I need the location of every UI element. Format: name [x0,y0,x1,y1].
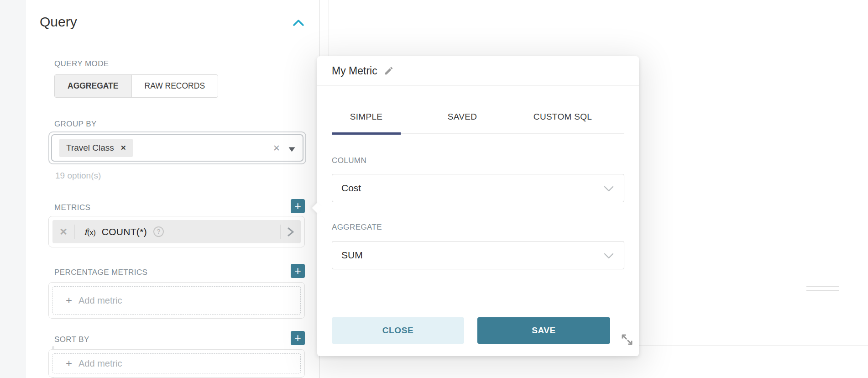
active-tab-underline [332,132,401,135]
group-by-label: GROUP BY [54,120,97,129]
tag-remove-icon[interactable]: ✕ [120,144,126,152]
tab-saved[interactable]: SAVED [428,108,497,126]
aggregate-select[interactable]: SUM [332,241,624,269]
metric-value: COUNT(*) [102,226,147,237]
popover-resize-icon[interactable] [620,333,634,346]
metric-edit-popover: My Metric SIMPLE SAVED CUSTOM SQL COLUMN… [317,56,639,356]
add-percentage-metric-button[interactable]: + [291,264,305,278]
tab-simple[interactable]: SIMPLE [332,108,401,126]
metrics-label: METRICS [54,203,90,212]
aggregate-label: AGGREGATE [332,223,382,232]
add-sort-metric-button[interactable]: + [291,331,305,345]
column-select[interactable]: Cost [332,174,624,202]
close-button[interactable]: CLOSE [332,317,464,344]
add-metric-dropzone[interactable]: + Add metric [52,286,301,315]
raw-records-mode-button[interactable]: RAW RECORDS [132,75,218,97]
metrics-container: ✕ f(x) COUNT(*) ? [48,216,305,247]
save-button[interactable]: SAVE [477,317,610,344]
metric-help-icon[interactable]: ? [153,226,164,237]
page-background-strip [0,0,26,378]
add-metric-button[interactable]: + [291,199,305,213]
add-metric-dropzone[interactable]: + Add metric [52,353,301,373]
chevron-down-icon [604,252,614,258]
chevron-down-icon [604,185,614,191]
popover-header: My Metric [317,56,639,86]
column-select-value: Cost [341,183,361,194]
percentage-metrics-container: + Add metric [48,282,305,319]
column-label: COLUMN [332,156,366,165]
add-metric-placeholder: Add metric [78,295,122,306]
group-by-select-inner: Travel Class ✕ ✕ [51,134,303,162]
select-clear-icon[interactable]: ✕ [273,143,288,153]
aggregate-mode-button[interactable]: AGGREGATE [55,75,132,97]
sort-by-label: SORT BY [54,335,89,344]
tab-custom-sql[interactable]: CUSTOM SQL [528,108,597,126]
query-header-divider [40,39,304,39]
metric-remove-icon[interactable]: ✕ [52,226,74,237]
select-caret-down-icon[interactable] [288,146,295,151]
group-by-tag-label: Travel Class [66,143,114,153]
metric-expand-chevron-icon[interactable] [281,226,301,237]
query-section-title: Query [40,14,77,30]
group-by-options-count: 19 option(s) [55,171,101,181]
metric-pill[interactable]: ✕ f(x) COUNT(*) ? [52,220,301,243]
aggregate-select-value: SUM [341,250,363,261]
pill-divider [74,225,75,239]
popover-title: My Metric [332,65,377,77]
query-control-panel [26,0,319,378]
group-by-tag[interactable]: Travel Class ✕ [59,139,133,157]
plus-icon: + [66,295,72,306]
plus-icon: + [66,358,72,369]
explore-view: Query QUERY MODE AGGREGATE RAW RECORDS G… [0,0,868,378]
function-icon: f(x) [84,227,96,237]
percentage-metrics-label: PERCENTAGE METRICS [54,268,147,277]
add-metric-placeholder: Add metric [78,358,122,369]
resize-drag-handle[interactable] [806,286,839,292]
query-mode-segmented-control: AGGREGATE RAW RECORDS [54,74,218,98]
query-mode-label: QUERY MODE [54,59,109,68]
edit-title-pencil-icon[interactable] [384,66,394,76]
group-by-select[interactable]: Travel Class ✕ ✕ [48,131,306,164]
sort-by-container: + Add metric [48,349,305,378]
collapse-chevron-up-icon[interactable] [293,18,304,27]
